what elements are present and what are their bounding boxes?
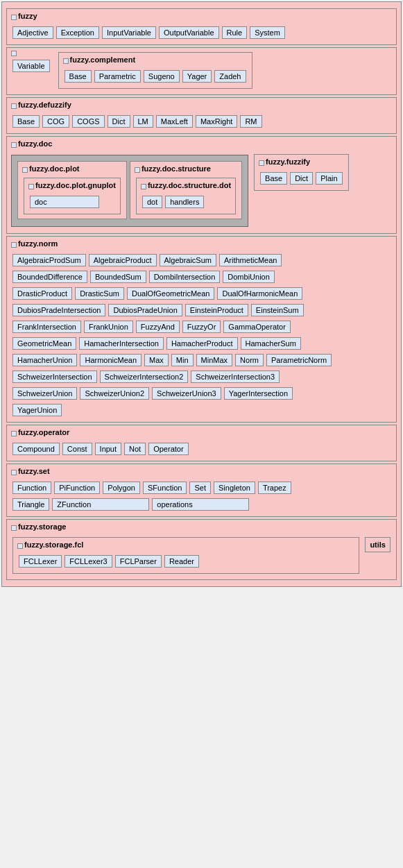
norm-schweizerintersection[interactable]: SchweizerIntersection [12, 371, 97, 383]
norm-boundeddifference[interactable]: BoundedDifference [12, 271, 87, 283]
fuzzy-item-outputvariable[interactable]: OutputVariable [159, 26, 219, 39]
norm-boundedsum[interactable]: BoundedSum [90, 271, 146, 283]
norm-fuzzyor[interactable]: FuzzyOr [182, 321, 221, 333]
norm-geometricmean[interactable]: GeometricMean [12, 337, 76, 350]
defuzzify-base[interactable]: Base [12, 115, 40, 128]
norm-schweizerunion[interactable]: SchweizerUnion [12, 387, 77, 400]
norm-schweizerintersection2[interactable]: SchweizerIntersection2 [100, 371, 189, 383]
fuzzy-item-adjective[interactable]: Adjective [12, 26, 53, 39]
fuzzy-storage-fcl-items: FCLLexer FCLLexer3 FCLParser Reader [17, 554, 354, 569]
fuzzy-item-inputvariable[interactable]: InputVariable [102, 26, 156, 39]
defuzzify-cogs[interactable]: COGS [72, 115, 104, 128]
set-pifunction[interactable]: PiFunction [54, 482, 100, 494]
fuzzy-set-row2: Triangle ZFunction operations [11, 497, 392, 512]
norm-dombiintersection[interactable]: DombiIntersection [149, 271, 221, 283]
norm-minmax[interactable]: MinMax [196, 354, 233, 366]
norm-hamacherunion[interactable]: HamacherUnion [12, 354, 77, 366]
fuzzy-doc-plot: fuzzy.doc.plot fuzzy.doc.plot.gnuplot do… [17, 161, 127, 219]
set-trapez[interactable]: Trapez [258, 482, 291, 494]
fuzzy-item-system[interactable]: System [250, 26, 285, 39]
norm-hamacherproduct[interactable]: HamacherProduct [166, 337, 238, 350]
norm-dualofharmonicmean[interactable]: DualOfHarmonicMean [217, 287, 302, 300]
set-zfunction[interactable]: ZFunction [52, 498, 149, 511]
doc-sq-icon [11, 142, 17, 148]
complement-zadeh[interactable]: Zadeh [214, 70, 246, 83]
norm-einsteinproduct[interactable]: EinsteinProduct [185, 304, 248, 316]
norm-frankintersection[interactable]: FrankIntersection [12, 321, 81, 333]
norm-algebraicsum[interactable]: AlgebraicSum [160, 254, 216, 266]
norm-norm[interactable]: Norm [235, 354, 264, 366]
complement-yager[interactable]: Yager [182, 70, 212, 83]
fuzzify-base[interactable]: Base [260, 172, 287, 185]
norm-frankunion[interactable]: FrankUnion [84, 321, 133, 333]
operator-operator[interactable]: Operator [148, 443, 188, 455]
norm-arithmeticmean[interactable]: ArithmeticMean [219, 254, 282, 266]
set-polygon[interactable]: Polygon [103, 482, 140, 494]
fuzzy-norm-row7: HamacherUnion HarmonicMean Max Min MinMa… [11, 352, 392, 368]
set-triangle[interactable]: Triangle [12, 498, 49, 511]
fuzzy-item-exception[interactable]: Exception [56, 26, 99, 39]
norm-harmonicmean[interactable]: HarmonicMean [80, 354, 142, 366]
set-set[interactable]: Set [189, 482, 211, 494]
norm-yagerunion[interactable]: YagerUnion [12, 404, 62, 416]
defuzzify-maxright[interactable]: MaxRight [196, 115, 237, 128]
norm-min[interactable]: Min [171, 354, 194, 366]
fuzzy-storage-title: fuzzy.storage [18, 522, 66, 531]
fuzzy-section: fuzzy Adjective Exception InputVariable … [6, 8, 397, 45]
fuzzy-fuzzify-title: fuzzy.fuzzify [266, 158, 310, 166]
set-function[interactable]: Function [12, 482, 51, 494]
norm-algebraicproduct[interactable]: AlgebraicProduct [89, 254, 157, 266]
set-singleton[interactable]: Singleton [214, 482, 255, 494]
set-operations[interactable]: operations [152, 498, 249, 511]
gnuplot-title: fuzzy.doc.plot.gnuplot [35, 181, 116, 189]
fuzzy-operator-title: fuzzy.operator [18, 428, 69, 436]
fcl-reader[interactable]: Reader [164, 555, 199, 568]
operator-compound[interactable]: Compound [12, 443, 60, 455]
norm-dualofgeometricmean[interactable]: DualOfGeometricMean [127, 287, 215, 300]
defuzzify-lm[interactable]: LM [133, 115, 153, 128]
norm-algebraicprodsum[interactable]: AlgebraicProdSum [12, 254, 86, 266]
handlers-item[interactable]: handlers [165, 196, 204, 208]
norm-hamachersum[interactable]: HamacherSum [241, 337, 301, 350]
fuzzify-dict[interactable]: Dict [290, 172, 313, 185]
fuzzify-plain[interactable]: Plain [316, 172, 342, 185]
fcl-fcllexer3[interactable]: FCLLexer3 [65, 555, 112, 568]
norm-drasticproduct[interactable]: DrasticProduct [12, 287, 72, 300]
dot-item[interactable]: dot [142, 196, 162, 208]
complement-base[interactable]: Base [65, 70, 92, 83]
set-sfunction[interactable]: SFunction [143, 482, 187, 494]
norm-fuzzyand[interactable]: FuzzyAnd [136, 321, 180, 333]
norm-parametricnorm[interactable]: ParametricNorm [266, 354, 332, 366]
norm-schweizerunion2[interactable]: SchweizerUnion2 [80, 387, 149, 400]
complement-sugeno[interactable]: Sugeno [144, 70, 180, 83]
gnuplot-items: doc [28, 194, 116, 210]
gnuplot-doc[interactable]: doc [30, 196, 99, 208]
fuzzy-complement-variable[interactable]: Variable [12, 60, 50, 72]
defuzzify-rm[interactable]: RM [240, 115, 261, 128]
norm-dombiuinon[interactable]: DombiUnion [223, 271, 275, 283]
fuzzy-doc-title: fuzzy.doc [18, 139, 52, 148]
storage-sq-icon [11, 525, 17, 531]
norm-max[interactable]: Max [144, 354, 169, 366]
norm-drasticsum[interactable]: DrasticSum [75, 287, 124, 300]
norm-hamacherintersection[interactable]: HamacherIntersection [79, 337, 164, 350]
defuzzify-maxleft[interactable]: MaxLeft [156, 115, 193, 128]
norm-dubiospraintersection[interactable]: DubiosPradeIntersection [12, 304, 105, 316]
operator-input[interactable]: Input [95, 443, 121, 455]
operator-not[interactable]: Not [124, 443, 146, 455]
storage-fcl-sq-icon [17, 543, 23, 549]
norm-dubiospradeunion[interactable]: DubiosPradeUnion [108, 304, 182, 316]
norm-schweizerintersection3[interactable]: SchweizerIntersection3 [191, 371, 280, 383]
fuzzy-item-rule[interactable]: Rule [222, 26, 248, 39]
defuzzify-dict[interactable]: Dict [108, 115, 130, 128]
complement-parametric[interactable]: Parametric [94, 70, 141, 83]
norm-gammaoperator[interactable]: GammaOperator [223, 321, 291, 333]
fuzzy-storage-utils: utils [365, 537, 391, 552]
fcl-fcllexer[interactable]: FCLLexer [19, 555, 62, 568]
norm-yagerintersection[interactable]: YagerIntersection [224, 387, 293, 400]
norm-einsteinsum[interactable]: EinsteinSum [251, 304, 304, 316]
fcl-fclparser[interactable]: FCLParser [115, 555, 162, 568]
norm-schweizerunion3[interactable]: SchweizerUnion3 [152, 387, 221, 400]
operator-const[interactable]: Const [62, 443, 92, 455]
defuzzify-cog[interactable]: COG [42, 115, 69, 128]
